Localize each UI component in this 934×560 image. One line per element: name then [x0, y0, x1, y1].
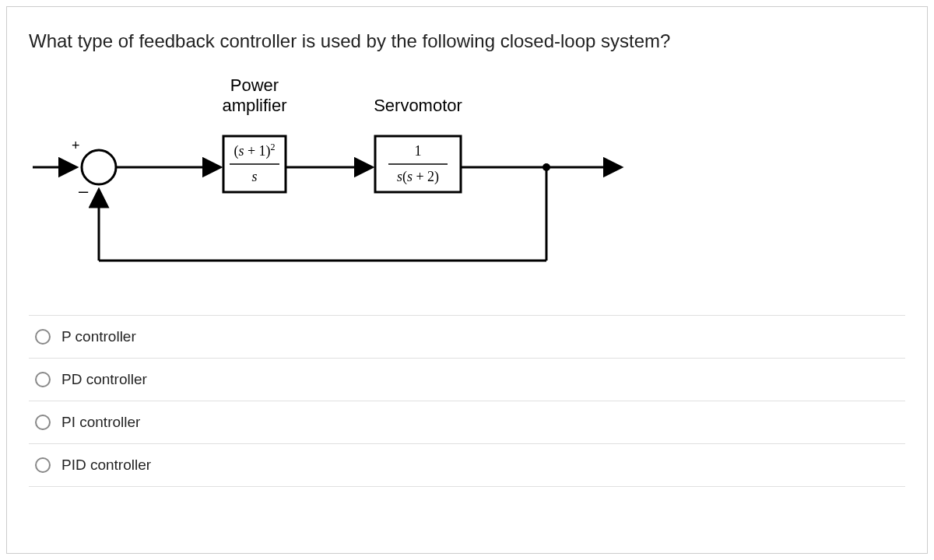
option-label: PID controller [61, 457, 151, 474]
question-text: What type of feedback controller is used… [29, 30, 905, 52]
radio-pi[interactable] [35, 415, 51, 430]
options-group: P controller PD controller PI controller… [29, 315, 905, 487]
option-label: P controller [61, 328, 136, 345]
option-label: PD controller [61, 371, 147, 388]
option-pi[interactable]: PI controller [29, 401, 905, 443]
option-pid[interactable]: PID controller [29, 443, 905, 487]
summing-junction [82, 150, 116, 184]
power-amplifier-label-2: amplifier [222, 96, 286, 115]
power-amplifier-label-1: Power [230, 75, 279, 95]
option-pd[interactable]: PD controller [29, 358, 905, 401]
radio-p[interactable] [35, 329, 51, 345]
tf2-numerator: 1 [415, 143, 422, 159]
option-p[interactable]: P controller [29, 315, 905, 358]
radio-pid[interactable] [35, 457, 51, 473]
minus-sign: – [79, 181, 89, 201]
tf2-denominator: s(s + 2) [397, 169, 439, 185]
tf1-denominator: s [251, 169, 257, 184]
block-diagram: Power amplifier Servomotor + – (s + 1)2 … [29, 66, 636, 284]
servomotor-label: Servomotor [374, 96, 462, 115]
radio-pd[interactable] [35, 372, 51, 387]
plus-sign: + [72, 138, 80, 153]
question-card: What type of feedback controller is used… [6, 6, 928, 554]
tf1-numerator: (s + 1)2 [234, 142, 275, 159]
option-label: PI controller [61, 414, 140, 431]
